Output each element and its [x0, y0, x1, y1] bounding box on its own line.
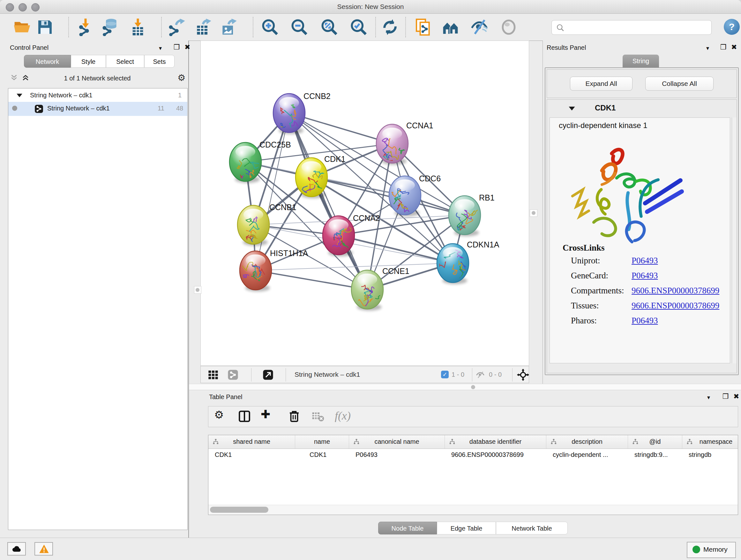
import-table-file-icon[interactable]: [129, 18, 147, 36]
warnings-button[interactable]: [35, 542, 53, 556]
network-node-CDKN1A[interactable]: CDKN1A: [437, 240, 499, 284]
results-scrollbar[interactable]: [732, 118, 737, 363]
search-input[interactable]: [551, 20, 712, 35]
network-node-RB1[interactable]: RB1: [449, 193, 495, 236]
cell-canonical-name[interactable]: P06493: [355, 451, 378, 458]
left-splitter-handle[interactable]: [194, 286, 201, 294]
panel-float-icon[interactable]: ❒: [723, 393, 729, 400]
cell--id[interactable]: stringdb:9...: [634, 451, 668, 458]
panel-close-icon[interactable]: ✖: [733, 393, 739, 400]
import-network-database-icon[interactable]: [102, 18, 119, 36]
panel-float-icon[interactable]: ❒: [720, 44, 727, 51]
panel-close-icon[interactable]: ✖: [731, 44, 737, 51]
results-panel: Results Panel ▾ ❒ ✖ String Expand All Co…: [542, 41, 741, 384]
crosslink-link[interactable]: P06493: [631, 256, 658, 266]
tab-select[interactable]: Select: [106, 55, 144, 68]
help-button[interactable]: ?: [724, 19, 740, 35]
network-node-CDC6[interactable]: CDC6: [384, 174, 441, 222]
network-node-CCNB1[interactable]: CCNB1: [238, 203, 296, 247]
panel-menu-icon[interactable]: ▾: [159, 45, 162, 52]
network-node-CCNE1[interactable]: CCNE1: [351, 266, 409, 311]
right-splitter-handle[interactable]: [530, 209, 537, 217]
panel-menu-icon[interactable]: ▾: [706, 45, 709, 52]
cell-shared-name[interactable]: CDK1: [215, 451, 232, 458]
column-header--id[interactable]: @id: [628, 435, 682, 449]
open-session-icon[interactable]: [13, 18, 31, 36]
column-header-namespace[interactable]: namespace: [682, 435, 738, 449]
export-table-icon[interactable]: [194, 18, 212, 36]
network-row-selected[interactable]: String Network – cdk1 11 48: [8, 102, 187, 116]
network-collection-row[interactable]: String Network – cdk1 1: [8, 90, 187, 102]
cell-database-identifier[interactable]: 9606.ENSP00000378699: [451, 451, 524, 458]
export-network-icon[interactable]: [168, 18, 186, 36]
tab-string[interactable]: String: [623, 55, 659, 67]
zoom-fit-icon[interactable]: [320, 18, 338, 36]
cell-name[interactable]: CDK1: [310, 451, 327, 458]
network-canvas[interactable]: CCNB2CCNA1CDC25BCDK1CDC6RB1CCNB1CCNA2CDK…: [200, 41, 529, 366]
scrollbar-thumb[interactable]: [210, 507, 268, 513]
cell-namespace[interactable]: stringdb: [689, 451, 711, 458]
column-header-canonical-name[interactable]: canonical name: [349, 435, 445, 449]
delete-table-icon[interactable]: [311, 410, 326, 424]
cloud-button[interactable]: [7, 542, 26, 556]
birds-eye-view-icon[interactable]: [208, 370, 219, 381]
open-view-icon[interactable]: [263, 369, 273, 381]
delete-column-trash-icon[interactable]: [287, 410, 302, 424]
string-style-icon[interactable]: [227, 369, 239, 381]
import-network-file-icon[interactable]: [77, 18, 94, 36]
collapse-all-button[interactable]: Collapse All: [645, 77, 714, 91]
save-session-icon[interactable]: [36, 18, 54, 36]
memory-button[interactable]: Memory: [687, 542, 736, 558]
first-neighbors-icon[interactable]: [442, 18, 460, 36]
hidden-eye-icon[interactable]: [475, 370, 485, 381]
tab-network-table[interactable]: Network Table: [496, 522, 568, 535]
expand-all-tree-icon[interactable]: [21, 73, 30, 83]
crosslink-link[interactable]: 9606.ENSP00000378699: [631, 286, 719, 296]
selected-nodes-checkbox[interactable]: ✓: [441, 371, 449, 378]
function-builder-icon[interactable]: f(x): [335, 409, 363, 424]
column-header-name[interactable]: name: [295, 435, 349, 449]
table-horizontal-scrollbar[interactable]: [208, 505, 738, 515]
crosslink-link[interactable]: P06493: [631, 271, 658, 281]
show-all-icon[interactable]: [500, 18, 518, 36]
table-settings-gear-icon[interactable]: ⚙: [214, 408, 229, 423]
tab-node-table[interactable]: Node Table: [378, 522, 437, 535]
new-network-from-selection-icon[interactable]: [414, 18, 432, 36]
zoom-in-icon[interactable]: [261, 18, 279, 36]
zoom-out-icon[interactable]: [290, 18, 308, 36]
panel-close-icon[interactable]: ✖: [185, 44, 190, 51]
gene-section-header[interactable]: CDK1: [547, 100, 737, 117]
expand-all-button[interactable]: Expand All: [570, 77, 632, 91]
network-node-HIST1H1A[interactable]: HIST1H1A: [239, 249, 308, 292]
tab-sets[interactable]: Sets: [144, 55, 175, 68]
fit-content-icon[interactable]: [517, 368, 529, 382]
network-node-CCNB2[interactable]: CCNB2: [273, 91, 331, 135]
network-node-CDK1[interactable]: CDK1: [295, 154, 346, 198]
apply-layout-icon[interactable]: [381, 18, 399, 36]
hide-selected-icon[interactable]: [470, 18, 488, 36]
tab-edge-table[interactable]: Edge Table: [437, 522, 496, 535]
control-panel: Control Panel ▾ ❒ ✖ NetworkStyleSelectSe…: [0, 41, 189, 538]
tab-style[interactable]: Style: [71, 55, 106, 68]
zoom-selected-icon[interactable]: [350, 18, 367, 36]
panel-float-icon[interactable]: ❒: [174, 44, 180, 51]
network-node-CCNA1[interactable]: CCNA1: [376, 121, 433, 165]
cell-description[interactable]: cyclin-dependent ...: [553, 451, 608, 458]
network-options-gear-icon[interactable]: ⚙: [178, 72, 185, 83]
column-header-description[interactable]: description: [546, 435, 628, 449]
collapse-all-tree-icon[interactable]: [10, 73, 18, 83]
tab-network[interactable]: Network: [24, 55, 71, 68]
crosslink-link[interactable]: P06493: [631, 316, 658, 326]
column-header-database-identifier[interactable]: database identifier: [445, 435, 546, 449]
show-columns-icon[interactable]: [238, 410, 253, 424]
panel-menu-icon[interactable]: ▾: [707, 394, 710, 401]
create-column-plus-icon[interactable]: ✚: [261, 408, 275, 422]
network-edge[interactable]: [289, 113, 367, 290]
section-expander-icon[interactable]: [568, 105, 576, 112]
network-graph[interactable]: CCNB2CCNA1CDC25BCDK1CDC6RB1CCNB1CCNA2CDK…: [201, 41, 529, 366]
collection-expander-icon[interactable]: [16, 92, 23, 98]
horizontal-splitter[interactable]: [189, 384, 741, 390]
export-image-icon[interactable]: [219, 18, 238, 36]
crosslink-link[interactable]: 9606.ENSP00000378699: [631, 301, 719, 311]
column-header-shared-name[interactable]: shared name: [208, 435, 295, 449]
